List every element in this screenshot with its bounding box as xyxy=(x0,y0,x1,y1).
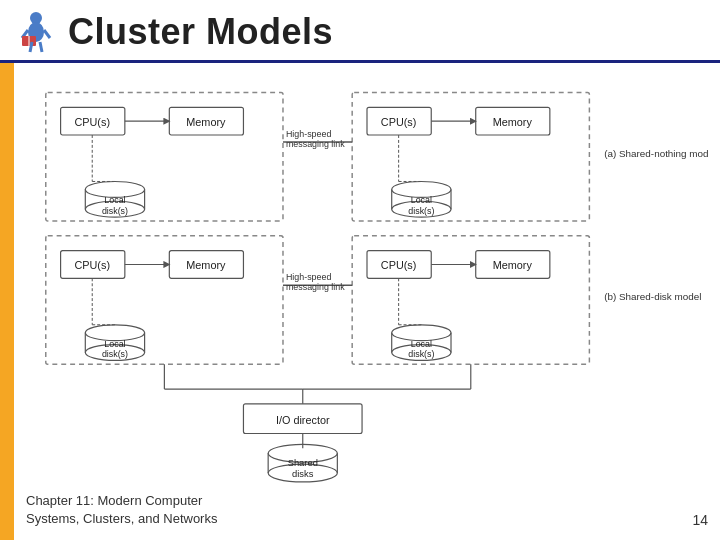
svg-text:(b) Shared-disk model: (b) Shared-disk model xyxy=(604,291,701,302)
svg-text:(a) Shared-nothing model: (a) Shared-nothing model xyxy=(604,148,708,159)
svg-text:CPU(s): CPU(s) xyxy=(74,259,110,271)
svg-text:CPU(s): CPU(s) xyxy=(74,116,110,128)
header: Cluster Models xyxy=(0,0,720,63)
page-number: 14 xyxy=(692,512,708,528)
page-title: Cluster Models xyxy=(68,11,333,53)
svg-line-7 xyxy=(40,42,42,52)
svg-text:High-speed: High-speed xyxy=(286,272,331,282)
header-icon xyxy=(16,10,56,54)
footer: Chapter 11: Modern Computer Systems, Clu… xyxy=(26,488,708,530)
svg-text:Memory: Memory xyxy=(186,259,226,271)
svg-text:disks: disks xyxy=(292,469,314,479)
chapter-line2: Systems, Clusters, and Networks xyxy=(26,510,217,528)
left-accent-bar xyxy=(0,63,14,540)
svg-text:Local: Local xyxy=(104,339,125,349)
svg-rect-8 xyxy=(46,93,283,221)
svg-text:Local: Local xyxy=(411,195,432,205)
svg-rect-56 xyxy=(352,236,589,364)
svg-text:Memory: Memory xyxy=(493,116,533,128)
svg-text:disk(s): disk(s) xyxy=(102,206,128,216)
chapter-line1: Chapter 11: Modern Computer xyxy=(26,492,217,510)
svg-text:CPU(s): CPU(s) xyxy=(381,116,417,128)
svg-text:Shared: Shared xyxy=(288,458,318,468)
svg-text:disk(s): disk(s) xyxy=(408,349,434,359)
svg-line-6 xyxy=(30,42,32,52)
svg-text:disk(s): disk(s) xyxy=(102,349,128,359)
cluster-diagram: CPU(s) Memory Local disk(s) xyxy=(26,73,708,488)
svg-text:messaging link: messaging link xyxy=(286,282,345,292)
svg-text:High-speed: High-speed xyxy=(286,129,331,139)
svg-text:disk(s): disk(s) xyxy=(408,206,434,216)
svg-text:Local: Local xyxy=(104,195,125,205)
svg-text:I/O director: I/O director xyxy=(276,414,330,426)
main-content: CPU(s) Memory Local disk(s) xyxy=(14,63,720,540)
page: Cluster Models CPU(s) Memory xyxy=(0,0,720,540)
svg-text:Local: Local xyxy=(411,339,432,349)
content-area: CPU(s) Memory Local disk(s) xyxy=(0,63,720,540)
svg-text:Memory: Memory xyxy=(493,259,533,271)
diagram-area: CPU(s) Memory Local disk(s) xyxy=(26,73,708,488)
svg-rect-23 xyxy=(352,93,589,221)
svg-line-3 xyxy=(44,30,50,38)
footer-chapter: Chapter 11: Modern Computer Systems, Clu… xyxy=(26,492,217,528)
svg-text:CPU(s): CPU(s) xyxy=(381,259,417,271)
svg-text:messaging link: messaging link xyxy=(286,139,345,149)
svg-text:Memory: Memory xyxy=(186,116,226,128)
svg-rect-41 xyxy=(46,236,283,364)
